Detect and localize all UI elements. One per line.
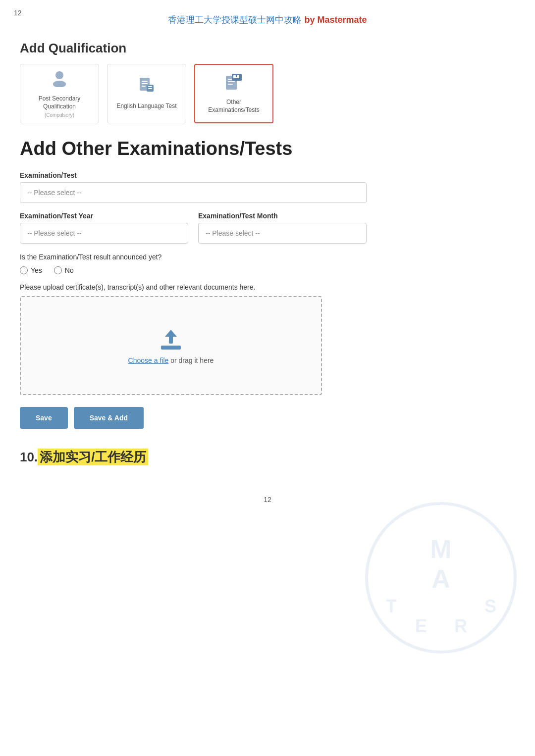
svg-text:S: S xyxy=(484,596,496,616)
page-number-top: 12 xyxy=(14,9,22,17)
svg-rect-8 xyxy=(148,88,152,89)
card-post-secondary-sublabel: (Compulsory) xyxy=(45,112,74,118)
upload-label: Please upload certificate(s), transcript… xyxy=(20,283,367,291)
other-exams-icon xyxy=(225,73,243,95)
exam-year-select[interactable]: -- Please select -- xyxy=(20,223,188,244)
svg-text:M: M xyxy=(430,535,451,563)
radio-no-input[interactable] xyxy=(54,266,62,274)
svg-rect-16 xyxy=(233,77,239,78)
add-qualification-section: Add Qualification Post Secondary Qualifi… xyxy=(20,41,515,123)
header-chinese: 香港理工大学授课型硕士网中攻略 xyxy=(168,15,302,25)
section-10-text: 添加实习/工作经历 xyxy=(38,449,148,465)
exam-test-select[interactable]: -- Please select -- xyxy=(20,182,367,203)
svg-rect-4 xyxy=(142,83,148,84)
form-section: Examination/Test -- Please select -- Exa… xyxy=(20,171,367,429)
upload-section: Please upload certificate(s), transcript… xyxy=(20,283,367,395)
svg-rect-12 xyxy=(228,84,233,85)
result-announced-question: Is the Examination/Test result announced… xyxy=(20,252,367,262)
section-10-title: 10.添加实习/工作经历 xyxy=(20,449,515,466)
svg-rect-7 xyxy=(148,86,152,87)
exam-month-group: Examination/Test Month -- Please select … xyxy=(198,212,367,244)
radio-no-label: No xyxy=(65,266,74,274)
result-announced-group: Is the Examination/Test result announced… xyxy=(20,252,367,274)
svg-rect-11 xyxy=(228,81,235,82)
header-brand: by Mastermate xyxy=(304,15,367,25)
exam-year-label: Examination/Test Year xyxy=(20,212,188,220)
card-other-exams[interactable]: Other Examinations/Tests xyxy=(194,64,273,123)
button-row: Save Save & Add xyxy=(20,407,367,429)
svg-marker-19 xyxy=(165,330,177,337)
svg-point-1 xyxy=(53,81,66,87)
main-form-title: Add Other Examinations/Tests xyxy=(20,138,515,159)
qualification-cards: Post Secondary Qualification (Compulsory… xyxy=(20,64,515,123)
page-number-bottom: 12 xyxy=(20,496,515,504)
exam-year-group: Examination/Test Year -- Please select -… xyxy=(20,212,188,244)
radio-yes[interactable]: Yes xyxy=(20,266,42,274)
svg-rect-17 xyxy=(161,346,181,350)
card-english-test-label: English Language Test xyxy=(116,102,176,110)
save-button[interactable]: Save xyxy=(20,407,68,429)
radio-yes-input[interactable] xyxy=(20,266,28,274)
svg-rect-3 xyxy=(142,81,148,82)
svg-text:R: R xyxy=(454,616,467,636)
svg-point-20 xyxy=(367,504,515,652)
svg-text:T: T xyxy=(386,596,397,616)
exam-test-group: Examination/Test -- Please select -- xyxy=(20,171,367,203)
svg-point-0 xyxy=(55,71,63,79)
svg-rect-5 xyxy=(142,86,146,87)
card-post-secondary-label: Post Secondary Qualification xyxy=(25,95,94,110)
year-month-row: Examination/Test Year -- Please select -… xyxy=(20,212,367,252)
exam-test-label: Examination/Test xyxy=(20,171,367,179)
section-10-number: 10. xyxy=(20,450,38,464)
add-qualification-title: Add Qualification xyxy=(20,41,515,56)
exam-month-label: Examination/Test Month xyxy=(198,212,367,220)
header-title: 香港理工大学授课型硕士网中攻略 by Mastermate xyxy=(20,14,515,26)
svg-text:E: E xyxy=(415,616,427,636)
radio-options: Yes No xyxy=(20,266,367,274)
radio-yes-label: Yes xyxy=(31,266,42,274)
choose-file-link[interactable]: Choose a file xyxy=(128,356,169,364)
upload-drag-text: or drag it here xyxy=(168,356,214,364)
exam-month-select[interactable]: -- Please select -- xyxy=(198,223,367,244)
english-test-icon xyxy=(138,77,156,99)
upload-dropzone[interactable]: Choose a file or drag it here xyxy=(20,296,322,395)
save-add-button[interactable]: Save & Add xyxy=(74,407,144,429)
card-other-exams-label: Other Examinations/Tests xyxy=(200,99,268,114)
upload-icon xyxy=(157,327,185,356)
svg-text:A: A xyxy=(431,564,450,593)
watermark: M A T E R S xyxy=(362,499,520,657)
card-english-test[interactable]: English Language Test xyxy=(107,64,186,123)
radio-no[interactable]: No xyxy=(54,266,74,274)
upload-text: Choose a file or drag it here xyxy=(128,356,214,364)
post-secondary-icon xyxy=(51,69,68,91)
section-10: 10.添加实习/工作经历 xyxy=(20,449,515,466)
card-post-secondary[interactable]: Post Secondary Qualification (Compulsory… xyxy=(20,64,99,123)
